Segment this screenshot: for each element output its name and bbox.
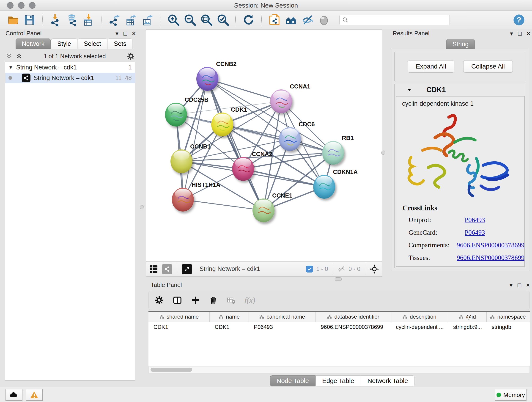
search-input[interactable] (350, 17, 447, 23)
node-CCNE1[interactable] (253, 198, 274, 222)
column-header-canonical-name[interactable]: canonical name (249, 312, 316, 322)
vertical-splitter-handle[interactable] (381, 151, 385, 155)
panel-close-icon[interactable]: × (527, 31, 530, 36)
tab-select[interactable]: Select (78, 38, 107, 49)
collapse-all-button[interactable]: Collapse All (463, 60, 513, 73)
panel-close-icon[interactable]: × (132, 31, 136, 36)
tree-expander-icon[interactable]: ▼ (8, 65, 13, 70)
cell-canonical-name[interactable]: P06493 (249, 322, 316, 332)
node-CDC6[interactable] (279, 127, 301, 151)
tab-edge-table[interactable]: Edge Table (316, 375, 361, 386)
tab-style[interactable]: Style (51, 38, 77, 49)
tab-sets[interactable]: Sets (108, 38, 133, 49)
save-session-icon[interactable] (23, 13, 36, 27)
export-network-icon[interactable] (108, 13, 121, 27)
panel-close-icon[interactable]: × (526, 282, 530, 288)
cell-name[interactable]: CDK1 (210, 322, 249, 332)
open-session-icon[interactable] (6, 13, 20, 27)
show-columns-icon[interactable] (172, 295, 182, 305)
cell-database-identifier[interactable]: 9606.ENSP00000378699 (316, 322, 391, 332)
panel-float-icon[interactable]: □ (518, 31, 522, 36)
edge-HIST1H1A-CCNE1[interactable] (183, 200, 264, 211)
refresh-icon[interactable] (242, 13, 255, 27)
edge-CCNA2-CDKN1A[interactable] (243, 169, 324, 187)
clone-network-icon[interactable] (268, 13, 281, 27)
column-header-database-identifier[interactable]: database identifier (316, 312, 391, 322)
zoom-in-icon[interactable] (167, 13, 180, 27)
table-row[interactable]: CDK1CDK1P064939606.ENSP00000378699cyclin… (148, 322, 530, 332)
results-panel-title: Results Panel (393, 30, 429, 37)
options-gear-icon[interactable] (127, 52, 135, 60)
cell-description[interactable]: cyclin-dependent ... (391, 322, 448, 332)
node-HIST1H1A[interactable] (172, 188, 194, 211)
horizontal-splitter-handle[interactable] (335, 277, 342, 281)
column-type-icon (490, 314, 495, 319)
node-CDK1[interactable] (211, 113, 233, 136)
node-CDC25B[interactable] (165, 103, 187, 127)
node-CCNB2[interactable] (196, 67, 218, 91)
panel-float-icon[interactable]: □ (123, 31, 127, 36)
import-network-from-database-icon[interactable] (65, 13, 79, 27)
network-type-icon[interactable] (162, 264, 172, 274)
column-header-name[interactable]: name (210, 312, 249, 322)
network-canvas[interactable]: CCNB2CCNA1CDC25BCDK1CDC6RB1CCNB1CCNA2CDK… (146, 30, 382, 261)
node-RB1[interactable] (322, 141, 344, 165)
help-icon[interactable]: ? (512, 13, 526, 27)
crosslink-value-link[interactable]: P06493 (465, 216, 485, 224)
tab-string[interactable]: String (446, 39, 475, 50)
export-image-icon[interactable] (141, 13, 154, 27)
cell-@id[interactable]: stringdb:9... (448, 322, 487, 332)
vertical-splitter-handle[interactable] (140, 205, 144, 209)
selected-checkbox-icon[interactable] (306, 266, 313, 273)
table-horizontal-scrollbar[interactable] (148, 366, 530, 373)
import-network-icon[interactable] (49, 13, 62, 27)
column-header-shared-name[interactable]: shared name (148, 312, 210, 322)
zoom-out-icon[interactable] (183, 13, 196, 27)
cell-namespace[interactable]: stringdb (487, 322, 529, 332)
create-column-icon[interactable] (191, 296, 200, 305)
search-box[interactable] (339, 15, 450, 25)
panel-menu-icon[interactable]: ▾ (510, 31, 513, 36)
hidden-eye-icon (337, 265, 345, 273)
crosslink-value-link[interactable]: 9606.ENSP00000378699 (457, 241, 525, 249)
gene-section-header[interactable]: CDK1 (395, 84, 526, 96)
cloud-button[interactable] (6, 389, 22, 401)
node-CCNB1[interactable] (171, 149, 192, 173)
panel-menu-icon[interactable]: ▾ (510, 282, 513, 288)
zoom-selected-icon[interactable] (216, 13, 229, 27)
delete-column-icon[interactable] (209, 296, 218, 305)
fit-content-crosshair-icon[interactable] (370, 264, 379, 274)
hide-selected-icon[interactable] (301, 13, 314, 27)
network-collection-row[interactable]: ▼ String Network – cdk1 1 (5, 62, 135, 73)
memory-button[interactable]: Memory (495, 389, 526, 401)
tab-network[interactable]: Network (16, 38, 51, 49)
node-CCNA1[interactable] (270, 89, 292, 113)
expand-all-icon[interactable] (16, 53, 22, 60)
crosslink-value-link[interactable]: P06493 (465, 229, 485, 236)
grid-view-icon[interactable] (149, 264, 158, 274)
expand-all-button[interactable]: Expand All (408, 60, 454, 73)
warnings-button[interactable] (26, 389, 43, 401)
column-header-@id[interactable]: @id (448, 312, 487, 322)
birdseye-view-icon[interactable] (182, 264, 192, 274)
scrollbar-thumb[interactable] (151, 368, 192, 372)
tab-node-table[interactable]: Node Table (270, 375, 316, 386)
node-CCNA2[interactable] (232, 157, 254, 181)
network-row-selected[interactable]: String Network – cdk1 11 48 (5, 73, 135, 83)
column-header-description[interactable]: description (391, 312, 448, 322)
show-all-icon[interactable] (317, 13, 331, 27)
panel-float-icon[interactable]: □ (518, 282, 521, 288)
import-table-icon[interactable] (82, 13, 95, 27)
section-collapse-icon[interactable] (407, 87, 412, 93)
zoom-fit-icon[interactable] (200, 13, 213, 27)
tab-network-table[interactable]: Network Table (361, 375, 415, 386)
collapse-all-icon[interactable] (6, 53, 12, 60)
table-gear-icon[interactable] (155, 296, 164, 305)
panel-menu-icon[interactable]: ▾ (115, 31, 119, 36)
export-table-icon[interactable] (124, 13, 138, 27)
column-header-namespace[interactable]: namespace (487, 312, 529, 322)
crosslink-value-link[interactable]: 9606.ENSP00000378699 (457, 254, 525, 262)
cell-shared-name[interactable]: CDK1 (148, 322, 210, 332)
first-neighbors-icon[interactable] (284, 13, 298, 27)
node-CDKN1A[interactable] (313, 175, 335, 199)
